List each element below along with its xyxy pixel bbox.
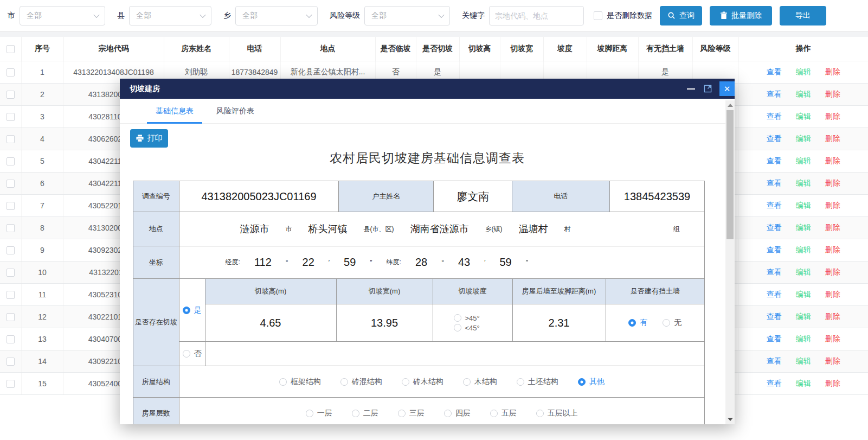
scroll-down-arrow-icon[interactable] (728, 418, 733, 421)
radio-option[interactable]: 五层以上 (536, 409, 578, 418)
row-checkbox[interactable] (7, 358, 15, 366)
view-link[interactable]: 查看 (767, 134, 782, 143)
radio-option[interactable]: 五层 (490, 409, 517, 418)
row-checkbox[interactable] (7, 157, 15, 165)
radio-option[interactable]: 否 (183, 349, 202, 359)
radio-option[interactable]: 无 (663, 318, 681, 328)
maximize-icon[interactable] (704, 85, 712, 93)
modal-scrollbar[interactable] (725, 100, 735, 424)
edit-link[interactable]: 编辑 (796, 223, 811, 232)
radio-option[interactable]: 砖木结构 (402, 377, 443, 387)
row-checkbox[interactable] (7, 380, 15, 388)
view-link[interactable]: 查看 (767, 156, 782, 165)
tab-basic-info[interactable]: 基础信息表 (147, 106, 202, 123)
row-checkbox[interactable] (7, 313, 15, 321)
delete-link[interactable]: 删除 (825, 379, 840, 387)
row-checkbox[interactable] (7, 113, 15, 121)
delete-link[interactable]: 删除 (825, 156, 840, 165)
scroll-up-arrow-icon[interactable] (728, 104, 733, 107)
delete-link[interactable]: 删除 (825, 112, 840, 120)
delete-link[interactable]: 删除 (825, 267, 840, 276)
minimize-icon[interactable] (687, 88, 695, 90)
view-link[interactable]: 查看 (767, 112, 782, 120)
view-link[interactable]: 查看 (767, 312, 782, 321)
deleted-data-checkbox[interactable] (594, 11, 602, 20)
view-link[interactable]: 查看 (767, 201, 782, 209)
row-checkbox[interactable] (7, 180, 15, 188)
delete-link[interactable]: 删除 (825, 178, 840, 187)
row-checkbox[interactable] (7, 335, 15, 343)
keyword-input[interactable] (489, 6, 584, 25)
edit-link[interactable]: 编辑 (796, 267, 811, 276)
view-link[interactable]: 查看 (767, 178, 782, 187)
edit-link[interactable]: 编辑 (796, 379, 811, 387)
export-button[interactable]: 导出 (780, 6, 826, 25)
edit-link[interactable]: 编辑 (796, 112, 811, 120)
view-link[interactable]: 查看 (767, 223, 782, 232)
edit-link[interactable]: 编辑 (796, 245, 811, 254)
view-link[interactable]: 查看 (767, 356, 782, 365)
row-checkbox[interactable] (7, 68, 15, 76)
modal-titlebar[interactable]: 切坡建房 ✕ (120, 79, 735, 99)
row-checkbox[interactable] (7, 246, 15, 254)
coordinate-value: 43 (458, 256, 470, 269)
edit-link[interactable]: 编辑 (796, 356, 811, 365)
row-checkbox[interactable] (7, 91, 15, 99)
view-link[interactable]: 查看 (767, 334, 782, 343)
delete-link[interactable]: 删除 (825, 245, 840, 254)
radio-option[interactable]: 是 (183, 305, 202, 315)
select-all-checkbox[interactable] (7, 45, 15, 53)
print-button[interactable]: 打印 (130, 129, 168, 148)
delete-link[interactable]: 删除 (825, 67, 840, 76)
view-link[interactable]: 查看 (767, 267, 782, 276)
row-checkbox[interactable] (7, 135, 15, 143)
row-checkbox[interactable] (7, 224, 15, 232)
delete-link[interactable]: 删除 (825, 334, 840, 343)
batch-delete-button[interactable]: 批量删除 (710, 6, 772, 25)
delete-link[interactable]: 删除 (825, 290, 840, 298)
row-checkbox[interactable] (7, 291, 15, 299)
query-button[interactable]: 查询 (660, 6, 702, 25)
radio-option[interactable]: 四层 (444, 409, 471, 418)
risk-level-select[interactable]: 全部 (364, 6, 450, 25)
delete-link[interactable]: 删除 (825, 134, 840, 143)
radio-option[interactable]: >45° (454, 314, 480, 322)
delete-link[interactable]: 删除 (825, 90, 840, 98)
tab-risk-evaluation[interactable]: 风险评价表 (208, 106, 263, 123)
township-select[interactable]: 全部 (235, 6, 318, 25)
edit-link[interactable]: 编辑 (796, 90, 811, 98)
city-select[interactable]: 全部 (20, 6, 105, 25)
radio-option[interactable]: 砖混结构 (340, 377, 382, 387)
delete-link[interactable]: 删除 (825, 223, 840, 232)
edit-link[interactable]: 编辑 (796, 178, 811, 187)
radio-option[interactable]: 有 (628, 318, 647, 328)
radio-option[interactable]: 一层 (306, 409, 332, 418)
radio-option[interactable]: 框架结构 (279, 377, 321, 387)
delete-link[interactable]: 删除 (825, 201, 840, 209)
delete-link[interactable]: 删除 (825, 356, 840, 365)
edit-link[interactable]: 编辑 (796, 156, 811, 165)
radio-option[interactable]: 土坯结构 (517, 377, 558, 387)
edit-link[interactable]: 编辑 (796, 67, 811, 76)
row-checkbox[interactable] (7, 202, 15, 210)
radio-option[interactable]: 二层 (352, 409, 378, 418)
edit-link[interactable]: 编辑 (796, 134, 811, 143)
edit-link[interactable]: 编辑 (796, 334, 811, 343)
radio-option[interactable]: 其他 (578, 377, 605, 387)
view-link[interactable]: 查看 (767, 245, 782, 254)
radio-option[interactable]: 三层 (398, 409, 425, 418)
radio-option[interactable]: 木结构 (463, 377, 497, 387)
delete-link[interactable]: 删除 (825, 312, 840, 321)
close-icon[interactable]: ✕ (719, 81, 735, 96)
view-link[interactable]: 查看 (767, 290, 782, 298)
view-link[interactable]: 查看 (767, 90, 782, 98)
view-link[interactable]: 查看 (767, 67, 782, 76)
radio-option[interactable]: <45° (454, 324, 480, 332)
row-checkbox[interactable] (7, 269, 15, 277)
edit-link[interactable]: 编辑 (796, 312, 811, 321)
scrollbar-thumb[interactable] (726, 110, 734, 239)
view-link[interactable]: 查看 (767, 379, 782, 387)
edit-link[interactable]: 编辑 (796, 201, 811, 209)
edit-link[interactable]: 编辑 (796, 290, 811, 298)
county-select[interactable]: 全部 (129, 6, 211, 25)
